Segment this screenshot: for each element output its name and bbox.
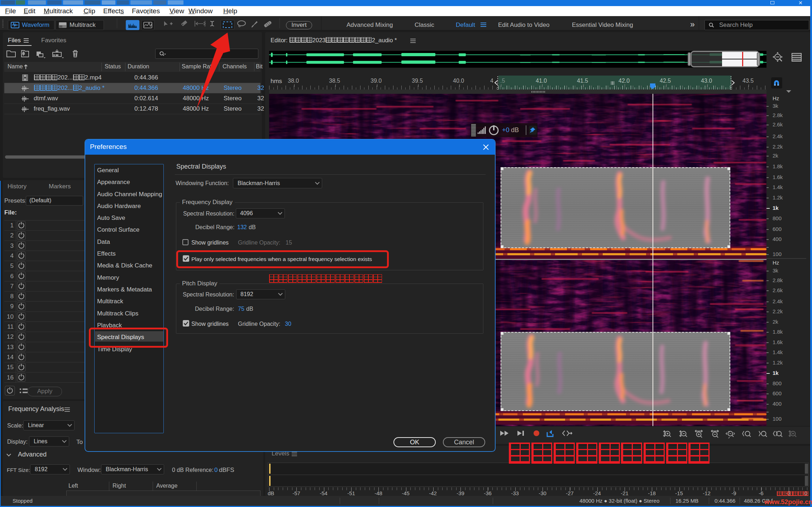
svg-text:1: 1 — [10, 222, 14, 229]
svg-text:5: 5 — [10, 262, 14, 269]
svg-text:12: 12 — [7, 333, 14, 340]
svg-text:8: 8 — [10, 293, 14, 300]
svg-text:15: 15 — [7, 364, 14, 371]
svg-text:4: 4 — [10, 252, 14, 259]
svg-text:11: 11 — [7, 323, 14, 330]
svg-text:2: 2 — [10, 232, 14, 239]
svg-text:3: 3 — [10, 242, 14, 249]
svg-text:16: 16 — [7, 374, 14, 381]
svg-text:13: 13 — [7, 344, 14, 351]
svg-text:6: 6 — [10, 273, 14, 280]
svg-text:9: 9 — [10, 303, 14, 310]
svg-text:14: 14 — [7, 354, 14, 361]
svg-text:10: 10 — [7, 313, 14, 320]
svg-text:7: 7 — [10, 283, 14, 290]
